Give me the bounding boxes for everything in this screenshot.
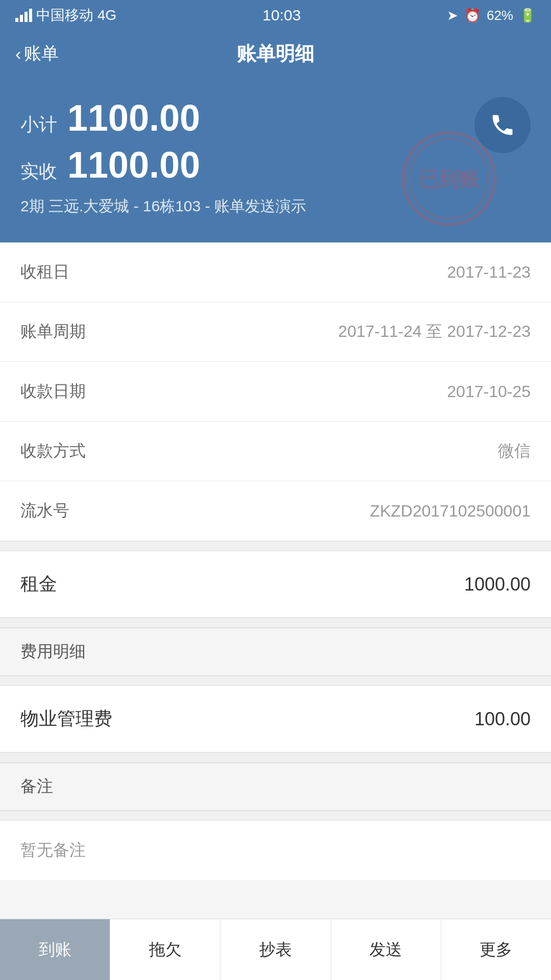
back-button[interactable]: ‹ 账单 — [15, 42, 59, 65]
location-icon: ➤ — [447, 8, 458, 23]
tab-label-0: 到账 — [39, 939, 71, 961]
rent-row: 租金 1000.00 — [0, 551, 551, 618]
actual-row: 实收 1100.00 — [20, 144, 531, 186]
divider-5 — [0, 811, 551, 821]
notes-header: 备注 — [0, 763, 551, 811]
signal-icon — [15, 9, 32, 22]
detail-row-0: 收租日 2017-11-23 — [0, 242, 551, 302]
detail-label-2: 收款日期 — [20, 380, 86, 403]
network-label: 4G — [97, 7, 116, 23]
detail-value-0: 2017-11-23 — [447, 263, 531, 282]
nav-bar: ‹ 账单 账单明细 — [0, 31, 551, 77]
notes-title: 备注 — [20, 777, 53, 795]
divider-4 — [0, 752, 551, 763]
fee-section-title: 费用明细 — [20, 642, 86, 660]
fee-section-header: 费用明细 — [0, 628, 551, 676]
tab-item-1[interactable]: 拖欠 — [110, 919, 220, 980]
subtotal-row: 小计 1100.00 — [20, 97, 531, 139]
time-label: 10:03 — [263, 7, 301, 24]
detail-row-1: 账单周期 2017-11-24 至 2017-12-23 — [0, 302, 551, 362]
detail-value-4: ZKZD2017102500001 — [370, 502, 531, 521]
tab-bar: 到账 拖欠 抄表 发送 更多 — [0, 919, 551, 980]
detail-label-4: 流水号 — [20, 500, 69, 522]
tab-label-1: 拖欠 — [149, 939, 182, 961]
tab-label-3: 发送 — [369, 939, 402, 961]
back-chevron-icon: ‹ — [15, 44, 21, 64]
fee-label-0: 物业管理费 — [20, 706, 112, 731]
status-left: 中国移动 4G — [15, 6, 116, 25]
rent-label: 租金 — [20, 572, 57, 597]
divider-2 — [0, 618, 551, 628]
divider-1 — [0, 541, 551, 551]
main-content: 收租日 2017-11-23 账单周期 2017-11-24 至 2017-12… — [0, 242, 551, 941]
subtotal-value: 1100.00 — [67, 97, 200, 139]
back-label: 账单 — [24, 42, 59, 65]
detail-value-3: 微信 — [498, 440, 531, 462]
call-button[interactable] — [474, 97, 531, 153]
tab-item-3[interactable]: 发送 — [331, 919, 441, 980]
detail-section: 收租日 2017-11-23 账单周期 2017-11-24 至 2017-12… — [0, 242, 551, 541]
alarm-icon: ⏰ — [464, 8, 481, 23]
detail-row-2: 收款日期 2017-10-25 — [0, 362, 551, 422]
header-info: 2期 三远.大爱城 - 16栋103 - 账单发送演示 — [20, 196, 531, 217]
header-section: 小计 1100.00 实收 1100.00 2期 三远.大爱城 - 16栋103… — [0, 77, 551, 242]
battery-icon: 🔋 — [519, 8, 536, 23]
detail-label-0: 收租日 — [20, 261, 69, 283]
actual-value: 1100.00 — [67, 144, 200, 186]
rent-value: 1000.00 — [464, 574, 531, 595]
subtotal-label: 小计 — [20, 112, 57, 137]
actual-label: 实收 — [20, 159, 57, 184]
status-right: ➤ ⏰ 62% 🔋 — [447, 8, 536, 23]
tab-item-0[interactable]: 到账 — [0, 919, 110, 980]
divider-3 — [0, 676, 551, 686]
fee-value-0: 100.00 — [474, 708, 531, 730]
tab-item-4[interactable]: 更多 — [441, 919, 551, 980]
fee-row-0: 物业管理费 100.00 — [0, 686, 551, 752]
tab-item-2[interactable]: 抄表 — [220, 919, 331, 980]
detail-value-2: 2017-10-25 — [447, 382, 531, 401]
tab-label-2: 抄表 — [259, 939, 292, 961]
detail-row-3: 收款方式 微信 — [0, 422, 551, 481]
detail-label-1: 账单周期 — [20, 321, 86, 343]
phone-icon — [489, 112, 516, 138]
carrier-label: 中国移动 — [36, 6, 93, 25]
page-title: 账单明细 — [237, 41, 314, 67]
detail-row-4: 流水号 ZKZD2017102500001 — [0, 481, 551, 541]
battery-label: 62% — [487, 8, 513, 23]
detail-label-3: 收款方式 — [20, 440, 86, 462]
notes-content: 暂无备注 — [0, 821, 551, 880]
status-bar: 中国移动 4G 10:03 ➤ ⏰ 62% 🔋 — [0, 0, 551, 31]
tab-label-4: 更多 — [480, 939, 512, 961]
detail-value-1: 2017-11-24 至 2017-12-23 — [338, 321, 531, 343]
